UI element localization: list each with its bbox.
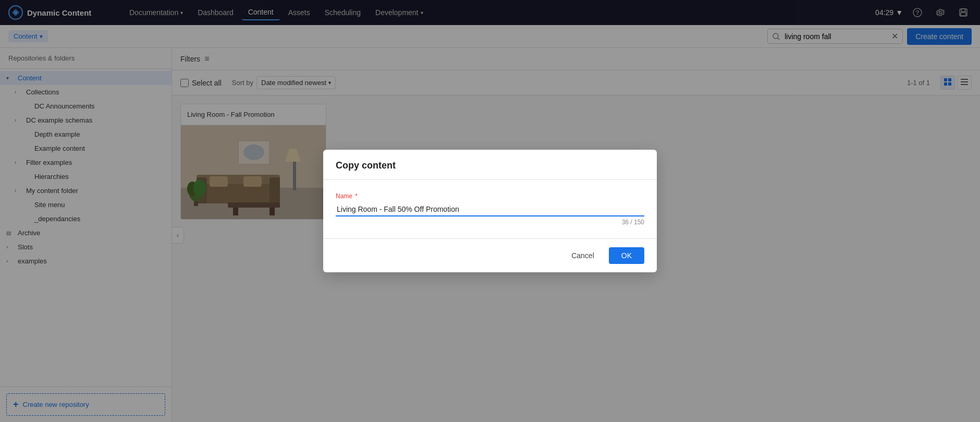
cancel-button[interactable]: Cancel	[563, 247, 603, 264]
modal-overlay: Copy content Name * 36 / 150 Cancel OK	[0, 0, 980, 422]
modal-footer: Cancel OK	[323, 238, 657, 272]
char-count: 36 / 150	[336, 219, 644, 226]
copy-content-modal: Copy content Name * 36 / 150 Cancel OK	[323, 150, 657, 272]
modal-title: Copy content	[323, 150, 657, 180]
ok-button[interactable]: OK	[609, 247, 644, 264]
modal-body: Name * 36 / 150	[323, 180, 657, 238]
name-field-label: Name *	[336, 192, 644, 200]
name-field-input[interactable]	[336, 203, 644, 216]
